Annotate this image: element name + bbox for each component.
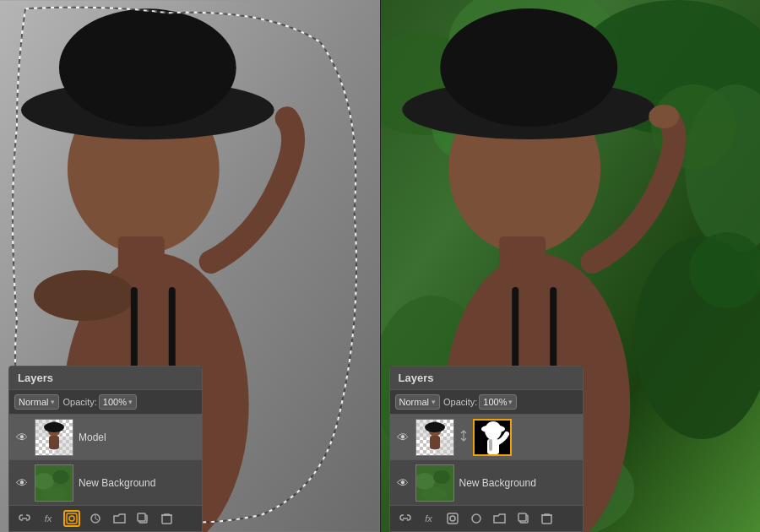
left-opacity-chevron-icon: ▾ — [128, 398, 133, 406]
right-add-mask-button[interactable] — [444, 510, 461, 527]
svg-rect-24 — [138, 513, 145, 521]
svg-rect-55 — [489, 439, 492, 451]
right-blend-mode-select[interactable]: Normal ▾ — [395, 394, 440, 410]
svg-point-14 — [44, 422, 64, 432]
left-model-layer-label: Model — [79, 432, 197, 443]
left-opacity-value: 100% — [103, 397, 127, 407]
right-layers-header: Layers — [390, 366, 583, 390]
left-model-layer[interactable]: 👁 Model — [9, 415, 202, 460]
left-adjustment-button[interactable] — [87, 510, 104, 527]
left-trash-button[interactable] — [158, 510, 175, 527]
right-opacity-chevron-icon: ▾ — [508, 398, 513, 406]
svg-rect-25 — [162, 515, 171, 524]
right-layers-title: Layers — [399, 372, 434, 384]
right-opacity-value: 100% — [483, 397, 507, 407]
right-trash-button[interactable] — [539, 510, 556, 527]
right-layer-link-icon — [459, 430, 468, 444]
svg-point-61 — [450, 516, 455, 521]
right-layers-toolbar: fx — [390, 506, 583, 531]
left-opacity-select[interactable]: 100% ▾ — [99, 394, 137, 410]
right-duplicate-button[interactable] — [515, 510, 532, 527]
right-model-thumbnail — [415, 419, 454, 456]
right-adjustment-button[interactable] — [468, 510, 485, 527]
left-layers-header: Layers — [9, 366, 202, 390]
left-blend-chevron-icon: ▾ — [51, 398, 55, 406]
right-opacity-label: Opacity: — [443, 397, 477, 407]
right-opacity-select[interactable]: 100% ▾ — [479, 394, 517, 410]
svg-point-18 — [52, 470, 69, 484]
right-blend-chevron-icon: ▾ — [432, 398, 436, 406]
svg-point-58 — [433, 470, 450, 484]
svg-rect-41 — [499, 236, 546, 296]
left-duplicate-button[interactable] — [134, 510, 151, 527]
svg-rect-65 — [542, 515, 551, 524]
svg-point-53 — [481, 425, 505, 433]
left-bg-layer-label: New Background — [79, 477, 197, 489]
left-background-layer[interactable]: 👁 New Background — [9, 460, 202, 506]
svg-point-59 — [422, 487, 448, 501]
right-background-layer[interactable]: 👁 New Background — [390, 460, 583, 506]
svg-rect-60 — [448, 513, 458, 524]
right-panel: Layers Normal ▾ Opacity: 100% ▾ 👁 — [381, 0, 761, 532]
right-blend-row: Normal ▾ Opacity: 100% ▾ — [390, 390, 583, 415]
left-model-visibility-icon[interactable]: 👁 — [14, 430, 30, 445]
left-blend-mode-value: Normal — [19, 397, 48, 407]
right-bg-thumbnail — [415, 464, 454, 502]
right-link-button[interactable] — [397, 510, 414, 527]
right-blend-mode-value: Normal — [399, 397, 429, 407]
right-fx-button[interactable]: fx — [421, 510, 437, 527]
right-folder-button[interactable] — [491, 510, 508, 527]
left-blend-mode-select[interactable]: Normal ▾ — [14, 394, 59, 410]
left-opacity-label: Opacity: — [62, 397, 96, 407]
svg-point-21 — [69, 516, 74, 521]
left-bg-thumbnail — [35, 464, 73, 502]
svg-point-40 — [440, 8, 617, 127]
left-link-button[interactable] — [16, 510, 33, 527]
right-model-mask-thumbnail — [473, 419, 512, 456]
left-fx-label: fx — [45, 513, 52, 524]
svg-rect-15 — [49, 436, 59, 449]
svg-point-7 — [34, 270, 135, 321]
left-bg-visibility-icon[interactable]: 👁 — [14, 475, 30, 491]
right-model-visibility-icon[interactable]: 👁 — [395, 430, 410, 445]
left-layers-panel: Layers Normal ▾ Opacity: 100% ▾ 👁 — [8, 366, 203, 532]
left-opacity-row: Opacity: 100% ▾ — [62, 394, 137, 410]
svg-point-5 — [59, 8, 236, 127]
right-layers-panel: Layers Normal ▾ Opacity: 100% ▾ 👁 — [389, 366, 584, 532]
svg-rect-50 — [430, 436, 440, 449]
left-layers-toolbar: fx — [9, 506, 202, 531]
svg-rect-20 — [67, 513, 77, 524]
svg-point-62 — [472, 514, 480, 523]
right-bg-layer-label: New Background — [459, 477, 578, 489]
svg-rect-64 — [518, 513, 526, 521]
right-bg-visibility-icon[interactable]: 👁 — [395, 475, 410, 491]
svg-point-19 — [41, 487, 67, 501]
right-fx-label: fx — [425, 513, 432, 524]
svg-point-49 — [425, 422, 445, 432]
left-add-mask-button[interactable] — [63, 510, 80, 527]
left-fx-button[interactable]: fx — [40, 510, 57, 527]
left-blend-row: Normal ▾ Opacity: 100% ▾ — [9, 390, 202, 415]
right-opacity-row: Opacity: 100% ▾ — [443, 394, 518, 410]
left-folder-button[interactable] — [111, 510, 128, 527]
left-model-thumbnail — [35, 419, 73, 456]
left-layers-title: Layers — [18, 372, 53, 384]
svg-point-42 — [649, 105, 679, 128]
left-panel: Layers Normal ▾ Opacity: 100% ▾ 👁 — [0, 0, 380, 532]
right-model-layer[interactable]: 👁 — [390, 415, 583, 460]
